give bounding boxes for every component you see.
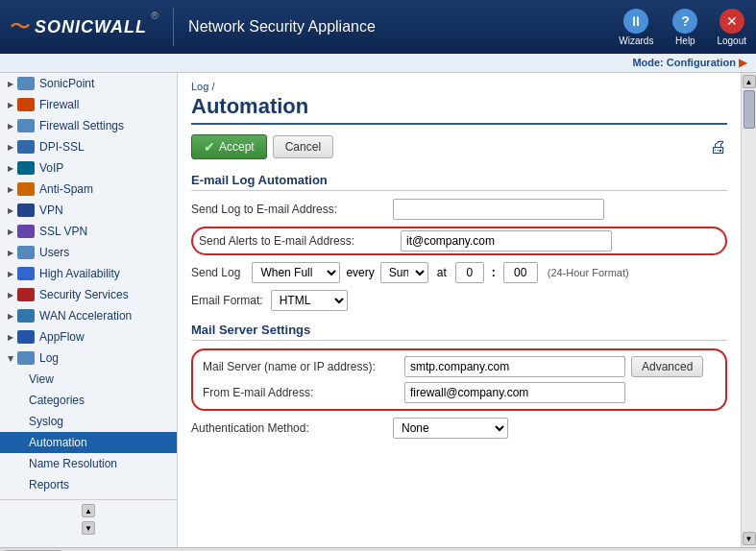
bottom-scrollbar bbox=[0, 547, 756, 551]
scroll-up-button[interactable]: ▲ bbox=[82, 504, 95, 517]
mode-value[interactable]: Configuration bbox=[667, 57, 736, 68]
mail-server-label: Mail Server (name or IP address): bbox=[203, 360, 404, 373]
mode-arrow: ▶ bbox=[739, 57, 746, 68]
scroll-down-button[interactable]: ▼ bbox=[743, 532, 756, 545]
help-icon: ? bbox=[672, 9, 697, 34]
arrow-icon: ▶ bbox=[8, 101, 13, 109]
sidebar-item-label: Firewall Settings bbox=[39, 119, 124, 132]
advanced-label: Advanced bbox=[642, 360, 693, 373]
mail-server-row: Mail Server (name or IP address): Advanc… bbox=[203, 356, 716, 377]
send-log-label: Send Log to E-mail Address: bbox=[191, 203, 393, 216]
scroll-down-button[interactable]: ▼ bbox=[82, 521, 95, 535]
arrow-icon: ▶ bbox=[8, 270, 13, 278]
sidebar-item-label: SonicPoint bbox=[39, 77, 94, 90]
arrow-icon: ▶ bbox=[8, 164, 13, 173]
sidebar-item-ssl-vpn[interactable]: ▶ SSL VPN bbox=[0, 221, 177, 242]
sidebar-item-anti-spam[interactable]: ▶ Anti-Spam bbox=[0, 179, 177, 200]
sidebar-item-reports[interactable]: Reports bbox=[0, 474, 177, 495]
email-format-select[interactable]: HTML Text bbox=[271, 290, 348, 311]
arrow-icon: ▶ bbox=[7, 355, 15, 361]
sidebar-item-label: Reports bbox=[29, 478, 69, 491]
at-label: at bbox=[437, 266, 447, 279]
scroll-track bbox=[744, 90, 755, 530]
scroll-up-button[interactable]: ▲ bbox=[743, 75, 756, 88]
header-icons: ⏸ Wizards ? Help ✕ Logout bbox=[619, 9, 746, 46]
auth-method-select[interactable]: None Plain Login CRAM-MD5 bbox=[393, 418, 508, 439]
sidebar-item-categories[interactable]: Categories bbox=[0, 390, 177, 411]
voip-icon bbox=[17, 161, 35, 175]
arrow-icon: ▶ bbox=[8, 249, 13, 257]
sidebar-item-sonicpoint[interactable]: ▶ SonicPoint bbox=[0, 73, 177, 94]
from-email-label: From E-mail Address: bbox=[203, 386, 404, 399]
accept-check-icon: ✔ bbox=[204, 139, 215, 155]
email-log-section-title: E-mail Log Automation bbox=[191, 173, 727, 191]
sidebar-item-label: Automation bbox=[29, 436, 87, 449]
app-title: Network Security Appliance bbox=[188, 18, 619, 36]
sidebar-item-label: Name Resolution bbox=[29, 457, 117, 470]
logo-area: 〜 SONICWALL ® bbox=[10, 8, 174, 46]
minute-input[interactable] bbox=[503, 262, 538, 283]
print-button[interactable]: 🖨 bbox=[710, 137, 727, 157]
arrow-icon: ▶ bbox=[8, 143, 13, 152]
sidebar-scroll-controls: ▲ ▼ bbox=[0, 499, 177, 539]
sidebar-item-dpi-ssl[interactable]: ▶ DPI-SSL bbox=[0, 136, 177, 157]
sidebar: ▶ SonicPoint ▶ Firewall ▶ Firewall Setti… bbox=[0, 73, 178, 547]
from-email-input[interactable] bbox=[404, 382, 625, 403]
arrow-icon: ▶ bbox=[8, 80, 13, 88]
mode-bar: Mode: Configuration ▶ bbox=[0, 54, 756, 73]
sidebar-item-label: VoIP bbox=[39, 161, 63, 175]
sidebar-item-view[interactable]: View bbox=[0, 369, 177, 390]
main-layout: ▶ SonicPoint ▶ Firewall ▶ Firewall Setti… bbox=[0, 73, 756, 547]
sidebar-item-firewall-settings[interactable]: ▶ Firewall Settings bbox=[0, 115, 177, 136]
logout-button[interactable]: ✕ Logout bbox=[717, 9, 746, 46]
help-label: Help bbox=[675, 36, 695, 46]
sidebar-item-high-availability[interactable]: ▶ High Availability bbox=[0, 263, 177, 284]
wizards-label: Wizards bbox=[619, 36, 653, 46]
sidebar-item-label: DPI-SSL bbox=[39, 140, 85, 154]
sidebar-item-wan-acceleration[interactable]: ▶ WAN Acceleration bbox=[0, 305, 177, 326]
sidebar-item-users[interactable]: ▶ Users bbox=[0, 242, 177, 263]
scroll-handle[interactable] bbox=[744, 90, 755, 129]
ha-icon bbox=[17, 267, 35, 280]
when-full-select[interactable]: When Full When Daily Never bbox=[252, 262, 340, 283]
firewall-settings-icon bbox=[17, 119, 35, 132]
help-button[interactable]: ? Help bbox=[672, 9, 697, 46]
sonicpoint-icon bbox=[17, 77, 35, 90]
sidebar-item-security-services[interactable]: ▶ Security Services bbox=[0, 284, 177, 305]
sidebar-item-firewall[interactable]: ▶ Firewall bbox=[0, 94, 177, 115]
send-log-row: Send Log to E-mail Address: bbox=[191, 199, 727, 220]
send-log-input[interactable] bbox=[393, 199, 604, 220]
security-services-icon bbox=[17, 288, 35, 301]
wizards-button[interactable]: ⏸ Wizards bbox=[619, 9, 653, 46]
accept-button[interactable]: ✔ Accept bbox=[191, 134, 267, 159]
sidebar-item-appflow[interactable]: ▶ AppFlow bbox=[0, 326, 177, 347]
every-label: every bbox=[346, 266, 374, 279]
sidebar-item-log[interactable]: ▶ Log bbox=[0, 347, 177, 369]
sidebar-item-automation[interactable]: Automation bbox=[0, 432, 177, 453]
mail-server-section: Mail Server Settings Mail Server (name o… bbox=[191, 323, 727, 439]
sidebar-item-label: AppFlow bbox=[39, 330, 85, 344]
sidebar-item-label: Users bbox=[39, 246, 69, 259]
sidebar-item-label: Log bbox=[39, 351, 59, 365]
sidebar-item-syslog[interactable]: Syslog bbox=[0, 411, 177, 432]
toolbar: ✔ Accept Cancel 🖨 bbox=[191, 134, 727, 159]
day-select[interactable]: SunMonTueWedThuFriSat bbox=[380, 262, 428, 283]
mail-server-input[interactable] bbox=[404, 356, 625, 377]
firewall-icon bbox=[17, 98, 35, 111]
content-scroll-area: Log / Automation ✔ Accept Cancel 🖨 E-mai… bbox=[178, 73, 756, 547]
send-alerts-input[interactable] bbox=[401, 230, 612, 252]
accept-label: Accept bbox=[219, 140, 255, 154]
mail-server-section-title: Mail Server Settings bbox=[191, 323, 727, 341]
email-format-row: Email Format: HTML Text bbox=[191, 290, 727, 311]
hour-input[interactable] bbox=[455, 262, 484, 283]
advanced-button[interactable]: Advanced bbox=[631, 356, 703, 377]
sidebar-item-voip[interactable]: ▶ VoIP bbox=[0, 157, 177, 179]
sidebar-item-name-resolution[interactable]: Name Resolution bbox=[0, 453, 177, 474]
mode-label: Mode: bbox=[632, 57, 663, 68]
sidebar-item-vpn[interactable]: ▶ VPN bbox=[0, 200, 177, 221]
users-icon bbox=[17, 246, 35, 259]
logo-wave-icon: 〜 bbox=[10, 12, 31, 41]
sidebar-item-label: SSL VPN bbox=[39, 225, 87, 238]
right-scrollbar: ▲ ▼ bbox=[741, 73, 756, 547]
cancel-button[interactable]: Cancel bbox=[273, 135, 333, 158]
